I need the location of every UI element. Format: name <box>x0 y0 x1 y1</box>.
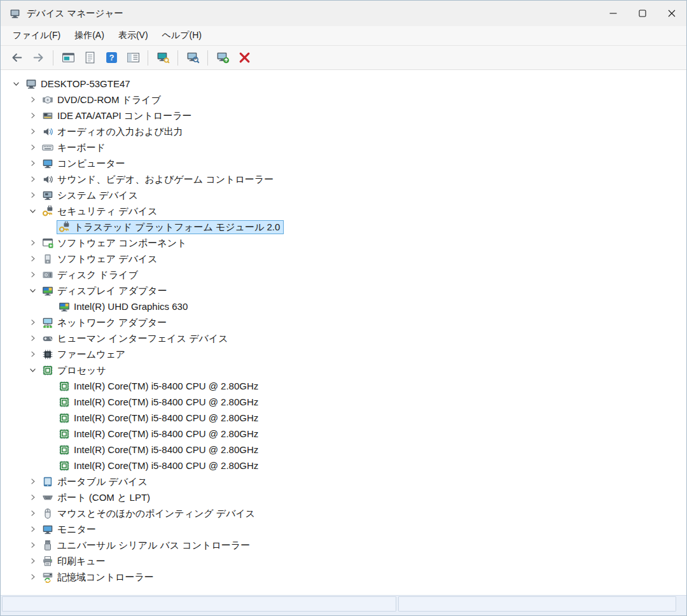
tree-item-ports-com-lpt[interactable]: ポート (COM と LPT) <box>1 489 686 505</box>
chevron-right-icon[interactable] <box>25 238 40 248</box>
tree-item-tpm-module[interactable]: トラステッド プラットフォーム モジュール 2.0 <box>1 219 686 235</box>
tree-item-content[interactable]: Intel(R) Core(TM) i5-8400 CPU @ 2.80GHz <box>57 395 262 409</box>
tree-item-content[interactable]: Intel(R) Core(TM) i5-8400 CPU @ 2.80GHz <box>57 459 262 473</box>
maximize-button[interactable] <box>628 1 657 26</box>
tree-item-software-devices[interactable]: ソフトウェア デバイス <box>1 251 686 267</box>
tree-item-content[interactable]: キーボード <box>40 141 109 155</box>
chevron-right-icon[interactable] <box>25 318 40 327</box>
tree-item-intel-uhd-graphics-630[interactable]: Intel(R) UHD Graphics 630 <box>1 298 686 314</box>
tree-item-content[interactable]: Intel(R) Core(TM) i5-8400 CPU @ 2.80GHz <box>57 411 262 425</box>
chevron-right-icon[interactable] <box>25 127 40 136</box>
back-button[interactable] <box>6 48 27 67</box>
chevron-right-icon[interactable] <box>25 349 40 359</box>
help-button[interactable]: ? <box>101 48 122 67</box>
tree-item-cpu-5[interactable]: Intel(R) Core(TM) i5-8400 CPU @ 2.80GHz <box>1 458 686 473</box>
tree-item-portable-devices[interactable]: ポータブル デバイス <box>1 473 686 489</box>
tree-item-human-interface-devices[interactable]: ヒューマン インターフェイス デバイス <box>1 330 686 346</box>
tree-item-dvd-cdrom-drives[interactable]: DVD/CD-ROM ドライブ <box>1 92 686 108</box>
tree-item-content[interactable]: ヒューマン インターフェイス デバイス <box>40 332 232 346</box>
properties-button[interactable] <box>79 48 101 67</box>
tree-item-content[interactable]: ディスプレイ アダプター <box>40 284 171 298</box>
chevron-down-icon[interactable] <box>25 206 40 216</box>
scan-hardware-changes-button[interactable] <box>152 48 174 67</box>
close-button[interactable] <box>657 1 686 26</box>
tree-item-ide-ata-atapi-controllers[interactable]: IDE ATA/ATAPI コントローラー <box>1 108 686 123</box>
chevron-right-icon[interactable] <box>25 493 40 502</box>
tree-item-network-adapters[interactable]: ネットワーク アダプター <box>1 314 686 330</box>
tree-item-processors[interactable]: プロセッサ <box>1 362 686 378</box>
tree-item-cpu-2[interactable]: Intel(R) Core(TM) i5-8400 CPU @ 2.80GHz <box>1 410 686 426</box>
tree-item-content[interactable]: マウスとそのほかのポインティング デバイス <box>40 507 259 521</box>
menu-file[interactable]: ファイル(F) <box>6 27 67 45</box>
search-devices-button[interactable] <box>182 48 204 67</box>
tree-item-audio-inputs-outputs[interactable]: オーディオの入力および出力 <box>1 123 686 139</box>
tree-item-software-components[interactable]: ソフトウェア コンポーネント <box>1 235 686 251</box>
forward-button[interactable] <box>27 48 49 67</box>
chevron-right-icon[interactable] <box>25 111 40 120</box>
tree-item-usb-controllers[interactable]: ユニバーサル シリアル バス コントローラー <box>1 537 686 553</box>
tree-item-computers[interactable]: コンピューター <box>1 155 686 171</box>
tree-item-desktop-root[interactable]: DESKTOP-53GTE47 <box>1 76 686 92</box>
show-console-tree-button[interactable] <box>57 48 79 67</box>
tree-item-content[interactable]: セキュリティ デバイス <box>40 204 162 218</box>
tree-item-content[interactable]: ファームウェア <box>40 347 129 361</box>
menu-action[interactable]: 操作(A) <box>67 27 111 45</box>
uninstall-device-button[interactable] <box>233 48 255 67</box>
chevron-right-icon[interactable] <box>25 174 40 184</box>
tree-item-cpu-4[interactable]: Intel(R) Core(TM) i5-8400 CPU @ 2.80GHz <box>1 442 686 458</box>
tree-item-content[interactable]: ソフトウェア デバイス <box>40 252 162 266</box>
tree-item-monitors[interactable]: モニター <box>1 521 686 537</box>
chevron-right-icon[interactable] <box>25 508 40 518</box>
tree-item-content[interactable]: ディスク ドライブ <box>40 268 142 282</box>
tree-item-content[interactable]: ユニバーサル シリアル バス コントローラー <box>40 538 254 552</box>
tree-item-content[interactable]: Intel(R) Core(TM) i5-8400 CPU @ 2.80GHz <box>57 443 262 457</box>
tree-item-content[interactable]: ネットワーク アダプター <box>40 316 170 330</box>
tree-item-content[interactable]: ポート (COM と LPT) <box>40 491 154 505</box>
chevron-down-icon[interactable] <box>25 286 40 295</box>
chevron-right-icon[interactable] <box>25 572 40 582</box>
tree-item-content[interactable]: オーディオの入力および出力 <box>40 125 187 139</box>
menu-help[interactable]: ヘルプ(H) <box>155 27 209 45</box>
tree-item-security-devices[interactable]: セキュリティ デバイス <box>1 203 686 219</box>
tree-item-content[interactable]: Intel(R) Core(TM) i5-8400 CPU @ 2.80GHz <box>57 379 262 393</box>
tree-item-firmware[interactable]: ファームウェア <box>1 346 686 362</box>
tree-item-content[interactable]: DVD/CD-ROM ドライブ <box>40 93 165 107</box>
chevron-right-icon[interactable] <box>25 556 40 566</box>
chevron-right-icon[interactable] <box>25 143 40 152</box>
tree-item-mice-pointing-devices[interactable]: マウスとそのほかのポインティング デバイス <box>1 505 686 521</box>
tree-item-cpu-3[interactable]: Intel(R) Core(TM) i5-8400 CPU @ 2.80GHz <box>1 426 686 442</box>
chevron-right-icon[interactable] <box>25 524 40 534</box>
tree-item-cpu-1[interactable]: Intel(R) Core(TM) i5-8400 CPU @ 2.80GHz <box>1 394 686 410</box>
tree-item-content[interactable]: サウンド、ビデオ、およびゲーム コントローラー <box>40 172 277 186</box>
tree-item-content[interactable]: ポータブル デバイス <box>40 475 151 489</box>
chevron-right-icon[interactable] <box>25 540 40 550</box>
tree-item-content[interactable]: システム デバイス <box>40 188 142 202</box>
update-driver-button[interactable] <box>212 48 233 67</box>
chevron-right-icon[interactable] <box>25 95 40 104</box>
tree-item-content[interactable]: Intel(R) UHD Graphics 630 <box>57 300 191 314</box>
chevron-down-icon[interactable] <box>8 79 24 88</box>
tree-item-content[interactable]: モニター <box>40 522 100 536</box>
tree-item-content[interactable]: ソフトウェア コンポーネント <box>40 236 190 250</box>
chevron-right-icon[interactable] <box>25 158 40 168</box>
tree-item-content[interactable]: IDE ATA/ATAPI コントローラー <box>40 109 196 123</box>
tree-item-disk-drives[interactable]: ディスク ドライブ <box>1 267 686 283</box>
tree-item-content[interactable]: 記憶域コントローラー <box>40 570 158 584</box>
menu-view[interactable]: 表示(V) <box>111 27 155 45</box>
export-list-button[interactable] <box>122 48 144 67</box>
selected-tree-item-content[interactable]: トラステッド プラットフォーム モジュール 2.0 <box>57 220 284 234</box>
tree-item-system-devices[interactable]: システム デバイス <box>1 187 686 203</box>
chevron-right-icon[interactable] <box>25 270 40 279</box>
minimize-button[interactable] <box>599 1 628 26</box>
tree-item-sound-video-game-controllers[interactable]: サウンド、ビデオ、およびゲーム コントローラー <box>1 171 686 187</box>
chevron-right-icon[interactable] <box>25 333 40 343</box>
tree-item-content[interactable]: プロセッサ <box>40 363 110 377</box>
chevron-right-icon[interactable] <box>25 477 40 486</box>
tree-item-keyboards[interactable]: キーボード <box>1 139 686 155</box>
tree-item-storage-controllers[interactable]: 記憶域コントローラー <box>1 569 686 585</box>
chevron-right-icon[interactable] <box>25 190 40 200</box>
tree-item-print-queues[interactable]: 印刷キュー <box>1 553 686 569</box>
tree-item-cpu-0[interactable]: Intel(R) Core(TM) i5-8400 CPU @ 2.80GHz <box>1 378 686 394</box>
chevron-down-icon[interactable] <box>25 365 40 375</box>
tree-item-display-adapters[interactable]: ディスプレイ アダプター <box>1 283 686 298</box>
